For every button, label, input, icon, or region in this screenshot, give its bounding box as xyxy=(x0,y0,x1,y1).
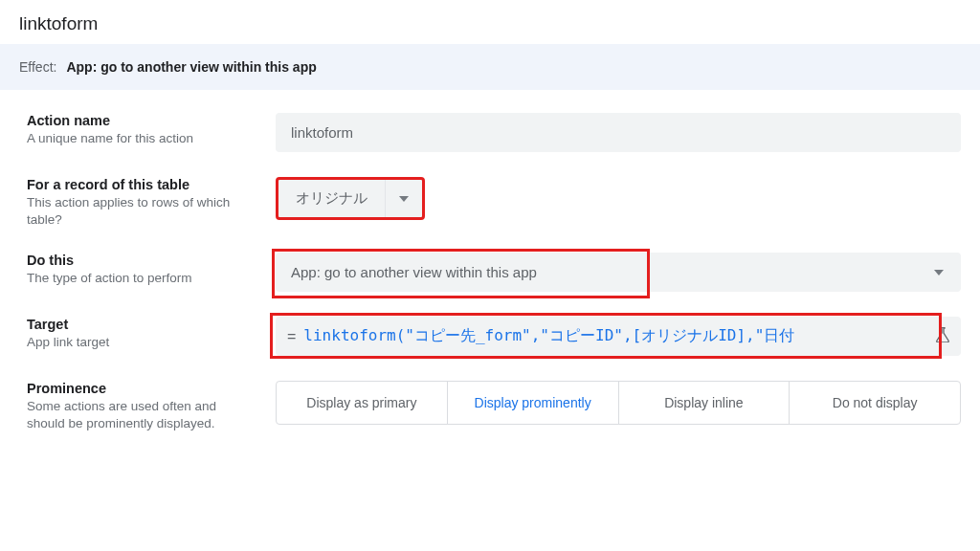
target-label: Target xyxy=(27,317,256,332)
equals-sign: = xyxy=(287,328,296,345)
target-expression-text: linktoform("コピー先_form","コピーID",[オリジナルID]… xyxy=(303,326,928,346)
do-this-label: Do this xyxy=(27,253,256,268)
row-prominence: Prominence Some actions are used often a… xyxy=(27,381,961,431)
do-this-prefix: App: xyxy=(291,264,321,280)
flask-icon[interactable] xyxy=(936,327,949,345)
prominence-opt-inline[interactable]: Display inline xyxy=(619,382,791,424)
prominence-opt-prominent[interactable]: Display prominently xyxy=(448,382,619,424)
action-name-input[interactable]: linktoform xyxy=(276,113,961,152)
effect-bar: Effect: App: go to another view within t… xyxy=(0,44,980,90)
chevron-down-icon xyxy=(399,196,409,202)
row-record-table: For a record of this table This action a… xyxy=(27,177,961,228)
row-target: Target App link target = linktoform("コピー… xyxy=(27,317,961,356)
action-name-desc: A unique name for this action xyxy=(27,130,256,147)
action-name-label: Action name xyxy=(27,113,256,128)
prominence-opt-primary[interactable]: Display as primary xyxy=(277,382,448,424)
effect-label: Effect: xyxy=(19,59,56,75)
do-this-value: go to another view within this app xyxy=(324,264,537,280)
chevron-down-icon xyxy=(934,270,944,276)
record-table-select[interactable]: オリジナル xyxy=(276,177,425,220)
row-do-this: Do this The type of action to perform Ap… xyxy=(27,253,961,292)
do-this-desc: The type of action to perform xyxy=(27,270,256,287)
target-desc: App link target xyxy=(27,334,256,351)
prominence-segmented: Display as primary Display prominently D… xyxy=(276,381,961,425)
target-expression-input[interactable]: = linktoform("コピー先_form","コピーID",[オリジナルI… xyxy=(276,317,961,356)
record-table-label: For a record of this table xyxy=(27,177,256,192)
record-table-desc: This action applies to rows of which tab… xyxy=(27,194,256,228)
record-table-value: オリジナル xyxy=(278,180,385,217)
prominence-label: Prominence xyxy=(27,381,256,396)
prominence-opt-none[interactable]: Do not display xyxy=(790,382,960,424)
do-this-select[interactable]: App: go to another view within this app xyxy=(276,253,961,292)
effect-value: App: go to another view within this app xyxy=(66,59,316,75)
prominence-desc: Some actions are used often and should b… xyxy=(27,398,256,431)
record-table-arrow xyxy=(385,180,422,217)
row-action-name: Action name A unique name for this actio… xyxy=(27,113,961,152)
page-title: linktoform xyxy=(0,0,980,44)
